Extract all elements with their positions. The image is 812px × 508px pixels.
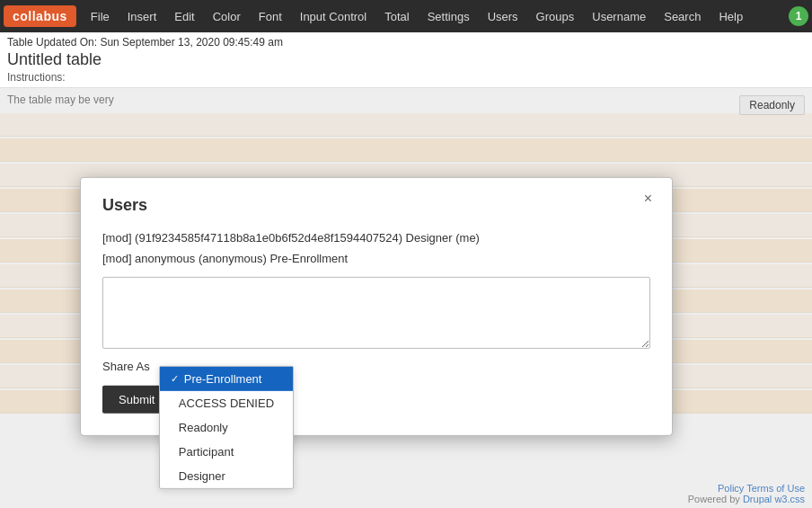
checkmark-placeholder (171, 423, 173, 433)
dropdown-option-readonly[interactable]: Readonly (160, 415, 293, 440)
option-label: Designer (179, 469, 225, 483)
nav-settings[interactable]: Settings (419, 0, 479, 32)
nav-edit[interactable]: Edit (165, 0, 203, 32)
main-area: Readonly The table may be very Users × [… (0, 88, 812, 508)
nav-users[interactable]: Users (479, 0, 527, 32)
nav-color[interactable]: Color (204, 0, 250, 32)
nav-username[interactable]: Username (583, 0, 655, 32)
dropdown-menu: ✓ Pre-Enrollment ACCESS DENIED Readonly (159, 366, 294, 489)
nav-file[interactable]: File (82, 0, 119, 32)
dropdown-option-access-denied[interactable]: ACCESS DENIED (160, 391, 293, 415)
checkmark-icon: ✓ (171, 373, 179, 385)
nav-insert[interactable]: Insert (119, 0, 166, 32)
modal-dialog: Users × [mod] (91f9234585f47118b8a1e0b6f… (80, 177, 673, 436)
checkmark-placeholder (171, 398, 173, 409)
navbar: collabus File Insert Edit Color Font Inp… (0, 0, 812, 32)
nav-total[interactable]: Total (375, 0, 418, 32)
modal-close-button[interactable]: × (639, 189, 658, 209)
table-title: Untitled table (7, 50, 805, 69)
option-label: Pre-Enrollment (184, 372, 262, 386)
nav-help[interactable]: Help (710, 0, 752, 32)
nav-search[interactable]: Search (655, 0, 710, 32)
checkmark-placeholder (171, 471, 173, 482)
instructions-label: Instructions: (7, 71, 805, 84)
option-label: ACCESS DENIED (179, 397, 274, 410)
modal-title: Users (102, 196, 650, 215)
nav-groups[interactable]: Groups (527, 0, 584, 32)
user-entry-1: [mod] (91f9234585f47118b8a1e0b6f52d4e8f1… (102, 227, 650, 248)
user-badge[interactable]: 1 (789, 6, 808, 26)
user-entry-2: [mod] anonymous (anonymous) Pre-Enrollme… (102, 248, 650, 269)
nav-input-control[interactable]: Input Control (291, 0, 375, 32)
dropdown-option-designer[interactable]: Designer (160, 464, 293, 488)
users-list: [mod] (91f9234585f47118b8a1e0b6f52d4e8f1… (102, 227, 650, 270)
table-area: Readonly The table may be very Users × [… (0, 88, 812, 508)
option-label: Readonly (179, 421, 228, 434)
share-row: Share As ✓ Pre-Enrollment ACCESS DENIED (102, 360, 650, 373)
logo[interactable]: collabus (4, 5, 76, 27)
nav-font[interactable]: Font (250, 0, 291, 32)
dropdown-option-pre-enrollment[interactable]: ✓ Pre-Enrollment (160, 367, 293, 391)
share-as-label: Share As (102, 360, 150, 373)
checkmark-placeholder (171, 447, 173, 458)
users-textarea[interactable] (102, 277, 650, 349)
option-label: Participant (179, 445, 234, 459)
dropdown-option-participant[interactable]: Participant (160, 440, 293, 464)
subheader: Table Updated On: Sun September 13, 2020… (0, 32, 812, 88)
table-updated: Table Updated On: Sun September 13, 2020… (7, 36, 805, 49)
